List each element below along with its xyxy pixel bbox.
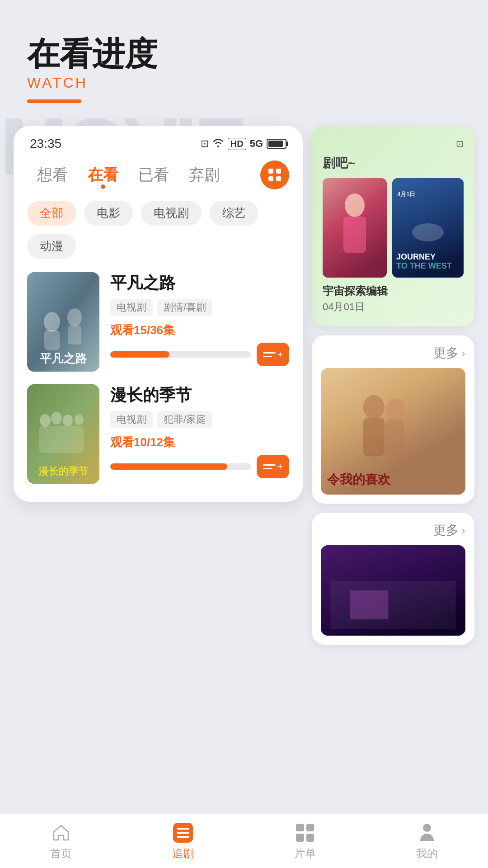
nfc-icon: ⊡ [201,138,209,150]
right-more-card-2: 更多 › [312,513,474,645]
svg-point-8 [51,412,62,425]
right-top-card: ⊡ 剧吧~ [312,126,474,326]
cards-area: 23:35 ⊡ HD 5G 想看 在看 已看 弃剧 [0,126,488,645]
nav-playlist-label: 片单 [294,846,316,861]
svg-point-18 [412,223,444,241]
svg-text:漫长的季节: 漫长的季节 [38,466,89,477]
grid-toggle-button[interactable] [260,160,289,189]
wifi-icon [212,137,224,150]
right-cards: ⊡ 剧吧~ [312,126,474,645]
more-arrow-icon[interactable]: › [461,346,465,360]
more-poster-2[interactable] [321,545,465,636]
header-section: 在看进度 WATCH [0,0,488,117]
nav-drama[interactable]: 追剧 [159,817,207,865]
filter-anime[interactable]: 动漫 [27,234,76,259]
svg-text:4月1日: 4月1日 [397,191,415,198]
svg-rect-15 [343,217,366,253]
title-underline [27,99,81,103]
filter-all[interactable]: 全部 [27,201,76,226]
svg-rect-2 [44,330,60,350]
tab-want-to-watch[interactable]: 想看 [27,160,78,190]
battery-icon [267,139,286,149]
nav-profile[interactable]: 我的 [403,817,451,865]
svg-point-1 [44,312,60,332]
status-bar: 23:35 ⊡ HD 5G [14,126,303,156]
add-to-list-button[interactable]: + [257,343,289,366]
item-title: 平凡之路 [110,272,289,294]
svg-point-23 [386,399,405,421]
bottom-nav: 首页 追剧 片单 我的 [0,814,488,868]
plus-icon: + [277,349,283,360]
tab-watching[interactable]: 在看 [78,160,128,190]
item-tags: 电视剧 犯罪/家庭 [110,411,289,428]
progress-bar-fill [110,463,227,470]
more-header-2: 更多 › [321,522,465,539]
status-icons: ⊡ HD 5G [201,137,286,150]
filter-movie[interactable]: 电影 [84,201,133,226]
list-item[interactable]: 漫长的季节 漫长的季节 电视剧 犯罪/家庭 观看10/12集 [27,384,289,484]
filter-chips: 全部 电影 电视剧 综艺 动漫 [14,190,303,263]
list-item[interactable]: 平凡之路 平凡之路 电视剧 剧情/喜剧 观看15/36集 [27,272,289,372]
svg-point-22 [363,395,385,419]
item-title: 漫长的季节 [110,384,289,406]
svg-point-7 [40,414,51,427]
grid-dots-icon [268,169,281,181]
more-label: 更多 [433,344,459,362]
right-movie-title: 宇宙探索编辑 [323,284,464,298]
item-tags: 电视剧 剧情/喜剧 [110,299,289,316]
list-grid-icon [294,822,316,844]
right-status: ⊡ [323,138,464,149]
more-poster-1[interactable]: 令我的喜欢 [321,368,465,495]
progress-label: 观看15/36集 [110,322,289,338]
svg-rect-25 [385,420,404,457]
svg-rect-27 [330,581,455,629]
more-label-2: 更多 [433,522,459,539]
nav-home[interactable]: 首页 [37,817,85,865]
add-to-list-button[interactable]: + [257,455,289,478]
right-more-card-1: 更多 › [312,335,474,504]
tab-dropped[interactable]: 弃剧 [179,160,230,190]
svg-text:平凡之路: 平凡之路 [40,352,87,365]
progress-bar-fill [110,351,169,358]
filter-tv[interactable]: 电视剧 [141,201,202,226]
tabs-row: 想看 在看 已看 弃剧 [14,156,303,190]
svg-point-14 [345,193,365,217]
svg-rect-24 [363,418,385,456]
svg-point-9 [63,415,73,426]
svg-point-10 [75,414,84,425]
nav-home-label: 首页 [50,846,72,861]
nav-playlist[interactable]: 片单 [281,817,329,865]
nav-drama-label: 追剧 [172,846,194,861]
item-info-pingfan: 平凡之路 电视剧 剧情/喜剧 观看15/36集 [110,272,289,366]
progress-row: + [110,455,289,478]
plus-icon: + [277,461,283,472]
right-movie-info: 宇宙探索编辑 04月01日 [323,284,464,314]
item-info-mancang: 漫长的季节 电视剧 犯罪/家庭 观看10/12集 [110,384,289,478]
more-arrow-icon-2[interactable]: › [461,524,465,538]
progress-bar-bg [110,351,251,358]
right-movie-date: 04月01日 [323,300,464,314]
mini-poster-journey[interactable]: 4月1日 JOURNEY TO THE WEST [392,178,464,278]
svg-text:JOURNEY: JOURNEY [396,252,436,261]
drama-icon [172,822,194,844]
poster-mancang: 漫长的季节 [27,384,99,484]
svg-rect-11 [39,426,84,453]
svg-text:TO THE WEST: TO THE WEST [396,261,452,270]
tag-type: 电视剧 [110,411,153,428]
more-poster-title-1: 令我的喜欢 [327,471,390,488]
more-header: 更多 › [321,344,465,362]
tag-genre: 剧情/喜剧 [157,299,212,316]
tab-watched[interactable]: 已看 [128,160,179,190]
svg-point-3 [67,308,82,326]
status-time: 23:35 [30,137,61,151]
list-add-icon [263,464,276,469]
progress-bar-bg [110,463,251,470]
mini-poster-drama[interactable] [323,178,387,278]
tag-type: 电视剧 [110,299,153,316]
filter-variety[interactable]: 综艺 [210,201,258,226]
progress-row: + [110,343,289,366]
list-add-icon [263,352,276,357]
5g-icon: 5G [250,138,263,150]
page-subtitle: WATCH [27,75,461,91]
svg-rect-28 [350,590,388,619]
